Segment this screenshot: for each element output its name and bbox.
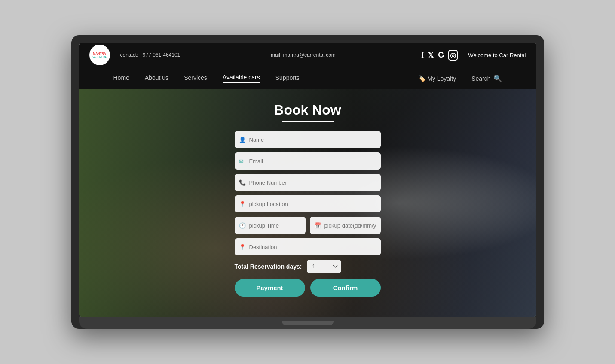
nav-loyalty[interactable]: 🏷️ My Loyalty: [418, 75, 456, 82]
confirm-button[interactable]: Confirm: [310, 279, 381, 297]
email-field-wrapper: ✉: [235, 152, 381, 170]
destination-wrapper: 📍: [235, 238, 381, 255]
nav-bar: Home About us Services Available cars Su…: [79, 67, 536, 89]
reservation-days-select[interactable]: 1 2 3 4 5 6 7: [307, 260, 341, 273]
book-now-title: Book Now: [274, 102, 341, 118]
hero-content: Book Now 👤 ✉ 📞: [79, 89, 536, 297]
name-field-wrapper: 👤: [235, 131, 381, 148]
destination-input[interactable]: [235, 238, 381, 255]
google-icon[interactable]: G: [438, 51, 444, 60]
payment-button[interactable]: Payment: [235, 279, 305, 297]
pickup-location-wrapper: 📍: [235, 195, 381, 212]
phone-field-wrapper: 📞: [235, 174, 381, 191]
instagram-icon[interactable]: ◎: [448, 50, 458, 61]
pickup-date-wrapper: 📅: [310, 217, 381, 234]
nav-item-home[interactable]: Home: [113, 74, 129, 83]
nav-item-about[interactable]: About us: [145, 74, 168, 83]
nav-item-supports[interactable]: Supports: [275, 74, 300, 83]
pickup-time-date-row: 🕐 📅: [235, 217, 381, 234]
pickup-time-wrapper: 🕐: [235, 217, 306, 234]
mail-info: mail: mantra@carrental.com: [271, 52, 411, 58]
title-underline: [282, 121, 334, 122]
nav-item-available-cars[interactable]: Available cars: [223, 74, 260, 83]
nav-item-services[interactable]: Services: [184, 74, 207, 83]
name-input[interactable]: [235, 131, 381, 148]
nav-search[interactable]: Search 🔍: [471, 74, 502, 82]
welcome-text: Welcome to Car Rental: [468, 52, 526, 58]
social-icons: f 𝕏 G ◎: [421, 50, 458, 61]
pickup-location-input[interactable]: [235, 195, 381, 212]
search-icon: 🔍: [493, 74, 502, 82]
hero-section: Book Now 👤 ✉ 📞: [79, 89, 536, 317]
loyalty-icon: 🏷️: [418, 75, 425, 82]
reservation-label: Total Reservation days:: [235, 263, 302, 270]
facebook-icon[interactable]: f: [421, 51, 424, 60]
form-buttons: Payment Confirm: [235, 279, 381, 297]
booking-form: 👤 ✉ 📞 📍: [235, 131, 381, 297]
phone-input[interactable]: [235, 174, 381, 191]
twitter-icon[interactable]: 𝕏: [428, 51, 434, 59]
email-input[interactable]: [235, 152, 381, 170]
reservation-row: Total Reservation days: 1 2 3 4 5 6 7: [235, 260, 381, 273]
logo: MANTRA CAR RENTAL: [89, 45, 110, 65]
pickup-time-input[interactable]: [235, 217, 306, 234]
contact-info: contact: +977 061-464101: [120, 52, 260, 58]
pickup-date-input[interactable]: [310, 217, 381, 234]
